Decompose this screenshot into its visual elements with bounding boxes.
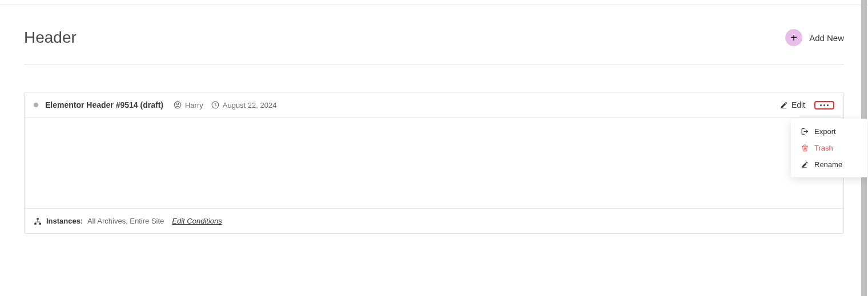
author-meta: Harry bbox=[174, 101, 203, 110]
add-new-label: Add New bbox=[809, 33, 844, 43]
date-meta: August 22, 2024 bbox=[211, 101, 277, 110]
status-dot-icon bbox=[34, 103, 38, 107]
svg-rect-6 bbox=[39, 222, 41, 224]
sitemap-icon bbox=[34, 217, 42, 225]
page-title: Header bbox=[24, 29, 77, 47]
user-icon bbox=[174, 101, 182, 109]
trash-label: Trash bbox=[814, 144, 833, 152]
edit-conditions-link[interactable]: Edit Conditions bbox=[172, 217, 222, 225]
rename-icon bbox=[801, 161, 809, 168]
card-body bbox=[25, 118, 843, 208]
trash-option[interactable]: Trash bbox=[791, 140, 867, 156]
export-icon bbox=[801, 128, 809, 135]
edit-button[interactable]: Edit bbox=[780, 100, 805, 110]
dots-icon bbox=[820, 104, 829, 106]
export-label: Export bbox=[814, 127, 836, 136]
author-name: Harry bbox=[185, 101, 203, 110]
pencil-icon bbox=[780, 101, 788, 109]
instances-label: Instances: All Archives, Entire Site bbox=[34, 217, 164, 225]
rename-label: Rename bbox=[814, 160, 842, 169]
template-card: Elementor Header #9514 (draft) Harry Aug… bbox=[24, 92, 844, 234]
svg-rect-7 bbox=[802, 167, 807, 168]
more-options-dropdown: Export Trash Rename bbox=[791, 119, 867, 177]
card-footer: Instances: All Archives, Entire Site Edi… bbox=[25, 208, 843, 233]
top-divider bbox=[0, 5, 868, 5]
edit-label: Edit bbox=[791, 100, 805, 110]
card-header: Elementor Header #9514 (draft) Harry Aug… bbox=[25, 92, 843, 118]
add-new-button[interactable]: + Add New bbox=[785, 29, 844, 46]
template-title[interactable]: Elementor Header #9514 (draft) bbox=[45, 100, 163, 110]
date-text: August 22, 2024 bbox=[223, 101, 277, 110]
rename-option[interactable]: Rename bbox=[791, 156, 867, 173]
plus-icon: + bbox=[785, 29, 802, 46]
trash-icon bbox=[801, 144, 809, 152]
instances-key: Instances: bbox=[46, 217, 83, 225]
page-header: Header + Add New bbox=[24, 29, 844, 64]
svg-rect-3 bbox=[781, 108, 786, 108]
more-options-button[interactable] bbox=[814, 101, 834, 110]
svg-point-1 bbox=[176, 103, 179, 106]
main-content: Header + Add New Elementor Header #9514 … bbox=[0, 0, 868, 234]
clock-icon bbox=[211, 101, 219, 109]
instances-value: All Archives, Entire Site bbox=[87, 217, 164, 225]
export-option[interactable]: Export bbox=[791, 123, 867, 140]
svg-rect-5 bbox=[34, 222, 37, 224]
svg-rect-4 bbox=[37, 218, 39, 220]
